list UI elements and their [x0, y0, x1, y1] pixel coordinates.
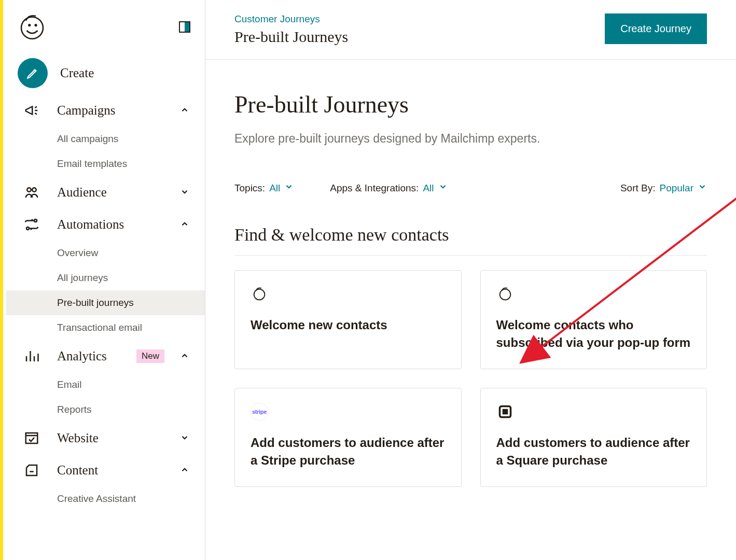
journey-cards: Welcome new contacts Welcome contacts wh…	[234, 270, 707, 487]
nav-label: Automations	[57, 217, 164, 232]
filter-label: Apps & Integrations:	[330, 183, 419, 194]
create-button[interactable]: Create	[3, 52, 205, 94]
mailchimp-logo-icon[interactable]	[18, 12, 47, 41]
content: Pre-built Journeys Explore pre-built jou…	[205, 60, 736, 487]
filter-label: Sort By:	[620, 183, 656, 194]
page-subtitle: Pre-built Journeys	[234, 28, 348, 46]
chevron-up-icon	[180, 465, 190, 475]
svg-rect-11	[503, 410, 507, 414]
sidebar-sub-all-journeys[interactable]: All journeys	[57, 265, 205, 290]
sidebar-item-website[interactable]: Website	[3, 422, 205, 454]
mailchimp-icon	[496, 285, 514, 303]
breadcrumb[interactable]: Customer Journeys	[234, 13, 348, 25]
nav-label: Analytics	[57, 349, 117, 363]
filter-label: Topics:	[234, 183, 265, 194]
filter-value: All	[423, 183, 434, 194]
pencil-icon	[18, 58, 48, 88]
stripe-icon: stripe	[251, 403, 268, 421]
svg-point-6	[26, 227, 29, 230]
audience-icon	[22, 185, 41, 200]
nav-label: Audience	[57, 185, 164, 200]
nav-label: Website	[57, 431, 164, 445]
automations-icon	[22, 217, 41, 232]
content-icon	[22, 463, 41, 478]
website-icon	[22, 430, 41, 446]
sidebar: Create Campaigns All campaigns Email tem…	[3, 0, 205, 560]
sidebar-item-analytics[interactable]: Analytics New	[3, 340, 205, 372]
sidebar-sub-prebuilt-journeys[interactable]: Pre-built journeys	[6, 290, 205, 315]
filter-bar: Topics: All Apps & Integrations: All Sor…	[234, 182, 707, 194]
sidebar-sub-all-campaigns[interactable]: All campaigns	[57, 127, 205, 151]
svg-point-8	[254, 289, 265, 300]
chevron-down-icon	[438, 182, 448, 194]
collapse-sidebar-button[interactable]	[179, 21, 190, 33]
create-label: Create	[60, 66, 190, 80]
nav-label: Campaigns	[57, 103, 164, 118]
card-title: Welcome contacts who subscribed via your…	[496, 316, 691, 351]
new-badge: New	[136, 349, 164, 363]
topbar: Customer Journeys Pre-built Journeys Cre…	[205, 0, 736, 60]
svg-point-2	[34, 24, 37, 26]
section-heading: Find & welcome new contacts	[234, 225, 707, 256]
filter-topics[interactable]: Topics: All	[234, 182, 294, 194]
svg-point-0	[21, 17, 43, 39]
filter-apps[interactable]: Apps & Integrations: All	[330, 182, 447, 194]
sidebar-sub-reports[interactable]: Reports	[57, 397, 205, 422]
svg-point-9	[499, 289, 510, 300]
svg-point-1	[28, 24, 31, 26]
journey-card-stripe[interactable]: stripe Add customers to audience after a…	[234, 388, 462, 487]
page-title: Pre-built Journeys	[234, 91, 707, 118]
filter-sort[interactable]: Sort By: Popular	[620, 182, 707, 194]
sidebar-item-audience[interactable]: Audience	[3, 176, 205, 208]
sidebar-item-automations[interactable]: Automations	[3, 208, 205, 241]
square-icon	[496, 403, 514, 421]
create-journey-button[interactable]: Create Journey	[605, 13, 707, 44]
chevron-up-icon	[180, 351, 190, 361]
nav-label: Content	[57, 463, 164, 478]
sidebar-item-campaigns[interactable]: Campaigns	[3, 94, 205, 127]
sidebar-top	[3, 12, 205, 52]
svg-point-5	[34, 219, 37, 222]
svg-point-4	[32, 188, 36, 192]
sidebar-sub-email-templates[interactable]: Email templates	[57, 151, 205, 176]
filter-value: Popular	[660, 183, 694, 194]
analytics-icon	[22, 348, 41, 364]
journey-card-welcome-popup[interactable]: Welcome contacts who subscribed via your…	[480, 270, 707, 369]
card-title: Add customers to audience after a Stripe…	[251, 434, 446, 469]
page-lead: Explore pre-built journeys designed by M…	[234, 132, 707, 146]
filter-value: All	[269, 183, 280, 194]
svg-rect-7	[26, 433, 38, 443]
chevron-up-icon	[180, 105, 190, 116]
sidebar-item-content[interactable]: Content	[3, 454, 205, 486]
journey-card-square[interactable]: Add customers to audience after a Square…	[480, 388, 707, 487]
chevron-up-icon	[180, 219, 190, 230]
sidebar-sub-transactional-email[interactable]: Transactional email	[57, 315, 205, 340]
journey-card-welcome-new-contacts[interactable]: Welcome new contacts	[234, 270, 462, 369]
chevron-down-icon	[180, 187, 190, 198]
svg-point-3	[27, 188, 31, 192]
card-title: Welcome new contacts	[251, 316, 446, 334]
chevron-down-icon	[284, 182, 294, 194]
chevron-down-icon	[180, 433, 190, 443]
megaphone-icon	[22, 103, 41, 118]
mailchimp-icon	[251, 285, 268, 303]
sidebar-sub-creative-assistant[interactable]: Creative Assistant	[57, 486, 205, 511]
card-title: Add customers to audience after a Square…	[496, 434, 691, 469]
chevron-down-icon	[698, 182, 707, 194]
sidebar-sub-overview[interactable]: Overview	[57, 241, 205, 265]
sidebar-sub-email[interactable]: Email	[57, 372, 205, 397]
main: Customer Journeys Pre-built Journeys Cre…	[205, 0, 736, 560]
